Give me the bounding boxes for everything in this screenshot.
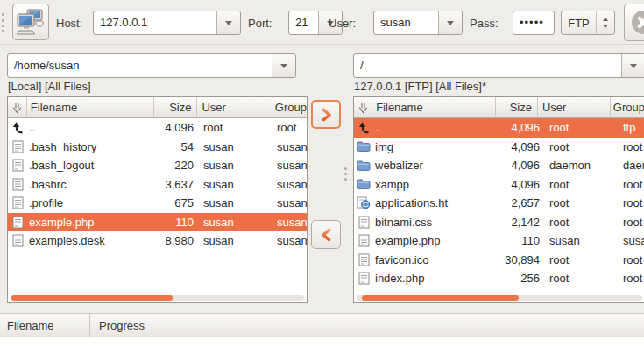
protocol-spinner: FTP xyxy=(561,11,615,35)
file-icon xyxy=(8,156,27,175)
remote-file-list: Filename Size User Group .. 4,096 root f… xyxy=(353,96,644,303)
host-combo: 127.0.0.1 xyxy=(93,11,241,35)
sort-column-header[interactable] xyxy=(8,97,27,117)
scrollbar-thumb[interactable] xyxy=(362,295,519,301)
queue-column-progress[interactable]: Progress xyxy=(90,314,145,337)
file-row[interactable]: examples.desk 8,980 susan susan xyxy=(8,231,307,251)
file-row[interactable]: bitnami.css 2,142 root root xyxy=(354,213,644,232)
toolbar: Host: 127.0.0.1 Port: 21 User: susan Pas… xyxy=(0,0,644,45)
column-header-size[interactable]: Size xyxy=(496,97,538,117)
pass-label: Pass: xyxy=(470,17,499,30)
file-row[interactable]: .bashrc 3,637 susan susan xyxy=(8,175,307,195)
stop-x-icon xyxy=(632,11,644,34)
spinner-down-icon xyxy=(603,25,608,28)
protocol-value[interactable]: FTP xyxy=(562,17,596,30)
remote-list-header: Filename Size User Group xyxy=(354,97,644,118)
host-input[interactable]: 127.0.0.1 xyxy=(94,11,216,34)
file-row[interactable]: example.php 110 susan susan xyxy=(354,231,644,251)
remote-status-label: 127.0.0.1 [FTP] [All Files]* xyxy=(354,80,486,93)
updir-icon xyxy=(354,118,373,138)
remote-file-rows: .. 4,096 root ftp img 4,096 root root we… xyxy=(354,118,644,294)
file-icon xyxy=(354,213,373,232)
stop-button[interactable] xyxy=(624,4,644,41)
arrow-left-icon xyxy=(320,228,333,242)
file-row[interactable]: .bash_history 54 susan susan xyxy=(8,138,307,157)
chevron-down-icon xyxy=(225,21,232,25)
user-dropdown-button[interactable] xyxy=(438,11,462,34)
local-path-dropdown-button[interactable] xyxy=(272,54,295,77)
transfer-to-remote-button[interactable] xyxy=(311,100,341,129)
scrollbar-thumb[interactable] xyxy=(11,295,173,301)
toolbar-grip-handle[interactable] xyxy=(2,13,4,32)
user-input[interactable]: susan xyxy=(374,11,438,34)
remote-path-dropdown-button[interactable] xyxy=(621,54,644,77)
folder-icon xyxy=(354,175,373,195)
chevron-down-icon xyxy=(280,64,287,68)
html-file-icon xyxy=(354,194,373,213)
column-header-filename[interactable]: Filename xyxy=(372,97,495,117)
transfer-queue-list xyxy=(0,337,644,355)
column-header-filename[interactable]: Filename xyxy=(27,97,154,117)
user-label: User: xyxy=(329,17,356,30)
column-header-user[interactable]: User xyxy=(197,97,272,117)
file-row[interactable]: .bash_logout 220 susan susan xyxy=(8,156,307,175)
folder-icon xyxy=(354,138,373,157)
host-dropdown-button[interactable] xyxy=(216,11,240,34)
password-input[interactable]: ••••• xyxy=(513,11,555,35)
port-input[interactable]: 21 xyxy=(289,11,318,34)
remote-path-input[interactable]: / xyxy=(354,54,621,77)
transfer-queue-header: Filename Progress xyxy=(0,313,644,337)
host-label: Host: xyxy=(56,17,82,30)
chevron-down-icon xyxy=(630,64,637,68)
local-file-list: Filename Size User Group .. 4,096 root r… xyxy=(7,96,308,303)
arrow-right-icon xyxy=(320,108,333,122)
chevron-down-icon xyxy=(447,21,454,25)
local-status-label: [Local] [All Files] xyxy=(8,80,91,93)
sort-descending-icon xyxy=(12,102,22,114)
column-header-user[interactable]: User xyxy=(538,97,611,117)
column-header-group[interactable]: Group xyxy=(611,97,644,117)
file-icon xyxy=(8,231,27,251)
gftp-window: Host: 127.0.0.1 Port: 21 User: susan Pas… xyxy=(0,0,644,355)
file-icon xyxy=(354,269,373,288)
remote-horizontal-scrollbar[interactable] xyxy=(357,295,642,301)
file-row[interactable]: .profile 675 susan susan xyxy=(8,194,307,213)
column-header-size[interactable]: Size xyxy=(154,97,198,117)
local-path-combo: /home/susan xyxy=(7,53,296,78)
queue-column-filename[interactable]: Filename xyxy=(0,314,90,337)
folder-icon xyxy=(354,156,373,175)
file-row[interactable]: favicon.ico 30,894 root root xyxy=(354,251,644,270)
local-list-header: Filename Size User Group xyxy=(8,97,307,118)
file-row[interactable]: applications.ht 2,657 root root xyxy=(354,194,644,213)
port-label: Port: xyxy=(248,17,272,30)
pane-resize-handle[interactable] xyxy=(344,167,347,181)
file-icon xyxy=(354,251,373,270)
updir-icon xyxy=(8,118,27,138)
file-icon xyxy=(8,175,27,195)
file-icon xyxy=(8,138,27,157)
file-row[interactable]: .. 4,096 root ftp xyxy=(354,118,644,138)
file-row[interactable]: .. 4,096 root root xyxy=(8,118,307,138)
file-icon xyxy=(8,194,27,213)
sort-column-header[interactable] xyxy=(354,97,372,117)
transfer-to-local-button[interactable] xyxy=(311,220,341,249)
file-row[interactable]: webalizer 4,096 daemon daemon xyxy=(354,156,644,175)
file-row[interactable]: xampp 4,096 root root xyxy=(354,175,644,195)
protocol-spinner-arrows[interactable] xyxy=(596,11,614,34)
column-header-group[interactable]: Group xyxy=(272,97,307,117)
networked-computers-icon xyxy=(16,8,46,36)
file-row[interactable]: index.php 256 root root xyxy=(354,269,644,288)
sort-descending-icon xyxy=(358,102,368,114)
file-row[interactable]: example.php 110 susan susan xyxy=(8,213,307,232)
local-path-input[interactable]: /home/susan xyxy=(8,54,272,77)
remote-path-combo: / xyxy=(353,53,644,78)
connect-button[interactable] xyxy=(12,4,49,40)
file-row[interactable]: img 4,096 root root xyxy=(354,138,644,157)
user-combo: susan xyxy=(373,11,463,35)
file-icon xyxy=(354,231,373,251)
local-file-rows: .. 4,096 root root .bash_history 54 susa… xyxy=(8,118,307,294)
spinner-up-icon xyxy=(603,18,608,21)
local-horizontal-scrollbar[interactable] xyxy=(11,295,304,301)
file-icon xyxy=(8,213,27,232)
